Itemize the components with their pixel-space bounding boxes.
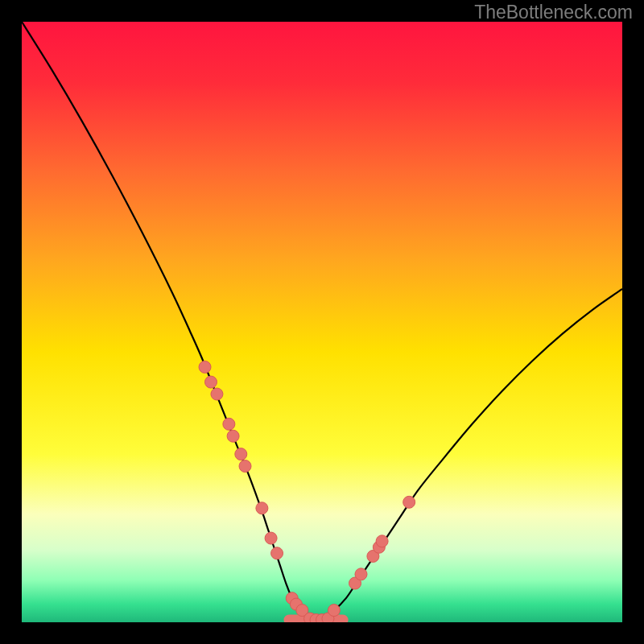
highlight-marker — [403, 496, 415, 508]
highlight-marker — [265, 532, 277, 544]
highlight-marker — [227, 430, 239, 442]
highlight-marker — [199, 361, 211, 373]
chart-background — [22, 22, 622, 622]
highlight-marker — [328, 605, 340, 617]
highlight-marker — [376, 535, 388, 547]
highlight-marker — [223, 418, 235, 430]
highlight-marker — [211, 388, 223, 400]
attribution-text: TheBottleneck.com — [474, 2, 633, 23]
highlight-marker — [271, 547, 283, 559]
highlight-marker — [235, 448, 247, 460]
highlight-marker — [355, 568, 367, 580]
highlight-marker — [239, 460, 251, 473]
highlight-marker — [256, 502, 268, 514]
highlight-marker — [204, 376, 217, 388]
bottleneck-chart — [22, 22, 622, 622]
